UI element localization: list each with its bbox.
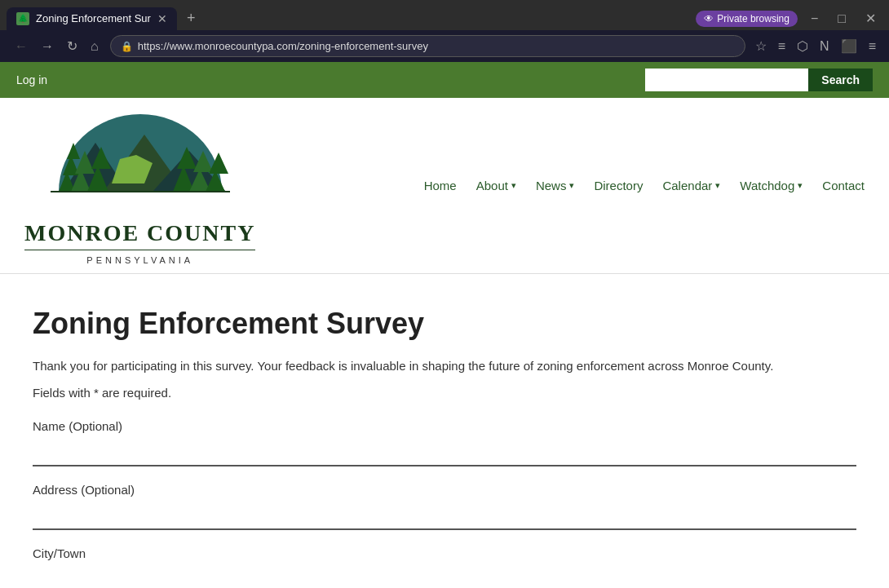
- security-lock-icon: 🔒: [121, 41, 133, 52]
- watchdog-dropdown-icon: ▾: [798, 180, 803, 191]
- nav-news[interactable]: News ▾: [536, 179, 575, 192]
- nav-home[interactable]: Home: [424, 179, 457, 192]
- reader-icon[interactable]: ≡: [775, 36, 789, 57]
- private-icon: 👁: [704, 13, 714, 24]
- logo-area: MONROE COUNTY PENNSYLVANIA: [24, 106, 255, 265]
- profile-icon[interactable]: N: [816, 36, 833, 57]
- refresh-button[interactable]: ↻: [62, 35, 82, 57]
- new-tab-button[interactable]: +: [180, 7, 202, 30]
- tab-bar: 🌲 Zoning Enforcement Sur ✕ + 👁 Private b…: [0, 0, 889, 30]
- active-tab[interactable]: 🌲 Zoning Enforcement Sur ✕: [7, 7, 177, 30]
- login-link[interactable]: Log in: [16, 73, 47, 86]
- bookmark-icon[interactable]: ☆: [752, 35, 770, 57]
- city-field-group: City/Town: [33, 546, 856, 560]
- name-input[interactable]: [33, 438, 856, 466]
- extensions-icon[interactable]: ⬛: [838, 35, 860, 57]
- forward-button[interactable]: →: [36, 35, 59, 57]
- address-input[interactable]: [33, 502, 856, 530]
- search-input[interactable]: [645, 69, 808, 91]
- calendar-dropdown-icon: ▾: [715, 180, 720, 191]
- search-button[interactable]: Search: [808, 69, 873, 91]
- logo-state-name: PENNSYLVANIA: [86, 255, 193, 265]
- search-area: Search: [645, 69, 873, 91]
- nav-contact[interactable]: Contact: [822, 179, 865, 192]
- back-button[interactable]: ←: [10, 35, 33, 57]
- private-label: Private browsing: [717, 13, 789, 24]
- news-dropdown-icon: ▾: [569, 180, 574, 191]
- tab-title: Zoning Enforcement Sur: [36, 12, 151, 24]
- city-label: City/Town: [33, 546, 856, 560]
- logo-divider: [24, 250, 255, 250]
- intro-text: Thank you for participating in this surv…: [33, 357, 856, 376]
- nav-watchdog[interactable]: Watchdog ▾: [740, 179, 803, 192]
- menu-icon[interactable]: ≡: [865, 36, 879, 57]
- private-browsing-badge: 👁 Private browsing: [696, 11, 798, 27]
- nav-about[interactable]: About ▾: [476, 179, 516, 192]
- about-dropdown-icon: ▾: [511, 180, 516, 191]
- nav-calendar[interactable]: Calendar ▾: [662, 179, 720, 192]
- minimize-button[interactable]: −: [804, 10, 825, 28]
- required-note: Fields with * are required.: [33, 386, 856, 400]
- nav-directory[interactable]: Directory: [594, 179, 643, 192]
- page-toolbar: Log in Search: [0, 62, 889, 98]
- nav-arrows: ← → ↻ ⌂: [10, 35, 104, 57]
- name-field-group: Name (Optional): [33, 419, 856, 466]
- home-button[interactable]: ⌂: [86, 35, 104, 57]
- tab-bar-right: 👁 Private browsing − □ ✕: [696, 9, 882, 28]
- pocket-icon[interactable]: ⬡: [794, 35, 812, 57]
- county-logo-svg: [46, 106, 234, 220]
- browser-nav-bar: ← → ↻ ⌂ 🔒 https://www.monroecountypa.com…: [0, 30, 889, 62]
- logo-county-name: MONROE COUNTY: [24, 220, 255, 246]
- address-field-group: Address (Optional): [33, 483, 856, 530]
- tab-favicon: 🌲: [16, 12, 29, 25]
- address-label: Address (Optional): [33, 483, 856, 497]
- browser-nav-icons: ☆ ≡ ⬡ N ⬛ ≡: [752, 35, 879, 57]
- site-header: MONROE COUNTY PENNSYLVANIA Home About ▾ …: [0, 98, 889, 274]
- main-content: Zoning Enforcement Survey Thank you for …: [0, 274, 889, 588]
- address-text: https://www.monroecountypa.com/zoning-en…: [138, 40, 428, 52]
- maximize-button[interactable]: □: [831, 10, 852, 28]
- address-bar[interactable]: 🔒 https://www.monroecountypa.com/zoning-…: [110, 35, 745, 57]
- close-button[interactable]: ✕: [859, 9, 882, 28]
- main-navigation: Home About ▾ News ▾ Directory Calendar ▾…: [424, 179, 865, 192]
- tab-close-button[interactable]: ✕: [157, 12, 167, 25]
- name-label: Name (Optional): [33, 419, 856, 433]
- page-title: Zoning Enforcement Survey: [33, 307, 856, 341]
